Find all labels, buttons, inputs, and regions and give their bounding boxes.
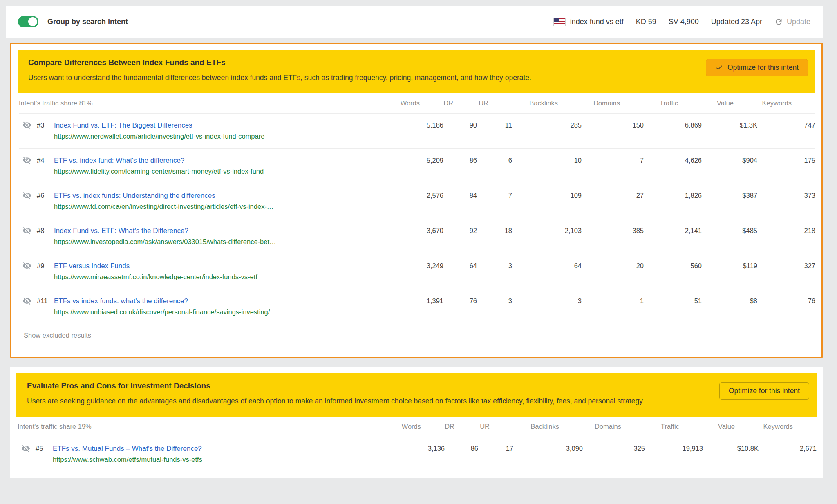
hide-result-icon[interactable] [22, 191, 31, 200]
result-url[interactable]: https://www.nerdwallet.com/article/inves… [54, 131, 394, 142]
domains-link[interactable]: 385 [582, 225, 644, 236]
refresh-icon [774, 18, 783, 26]
result-title-link[interactable]: ETFs vs index funds: what's the differen… [54, 296, 394, 307]
dr-value: 76 [443, 296, 477, 307]
domains-link[interactable]: 20 [582, 260, 644, 271]
keywords-link[interactable]: 373 [757, 190, 815, 201]
domains-link[interactable]: 1 [582, 296, 644, 307]
words-value: 2,576 [406, 190, 443, 201]
keywords-link[interactable]: 175 [757, 155, 815, 166]
value-value: $485 [702, 225, 757, 236]
table-header-row: Intent's traffic share 19% Words DR UR B… [18, 417, 817, 437]
result-title-link[interactable]: Index Fund vs. ETF: The Biggest Differen… [54, 120, 394, 131]
column-header-words: Words [383, 423, 421, 430]
intent-banner: Compare Differences Between Index Funds … [18, 50, 815, 93]
table-row: #3 Index Fund vs. ETF: The Biggest Diffe… [19, 114, 815, 149]
column-header-backlinks: Backlinks [488, 99, 558, 107]
ur-value: 17 [478, 443, 513, 454]
backlinks-link[interactable]: 10 [512, 155, 582, 166]
ur-value: 3 [477, 296, 512, 307]
us-flag-icon [554, 18, 565, 26]
rank-label: #5 [36, 443, 53, 454]
result-title-link[interactable]: Index Fund vs. ETF: What's the Differenc… [54, 225, 394, 236]
intent-title: Compare Differences Between Index Funds … [28, 58, 689, 67]
words-value: 3,249 [406, 260, 443, 271]
backlinks-link[interactable]: 64 [512, 260, 582, 271]
optimize-for-intent-button[interactable]: Optimize for this intent [706, 59, 808, 76]
backlinks-link[interactable]: 3,090 [513, 443, 583, 454]
column-header-dr: DR [420, 99, 453, 107]
domains-link[interactable]: 325 [583, 443, 645, 454]
update-button[interactable]: Update [774, 18, 810, 26]
domains-link[interactable]: 7 [582, 155, 644, 166]
result-title-link[interactable]: ETF versus Index Funds [54, 260, 394, 271]
table-row: #6 ETFs vs. index funds: Understanding t… [19, 184, 815, 219]
intent-description: Users want to understand the fundamental… [28, 72, 666, 84]
words-value: 5,186 [406, 120, 443, 131]
keywords-link[interactable]: 327 [757, 260, 815, 271]
result-url[interactable]: https://www.schwab.com/etfs/mutual-funds… [53, 454, 395, 465]
domains-link[interactable]: 150 [582, 120, 644, 131]
ur-value: 18 [477, 225, 512, 236]
column-header-words: Words [382, 99, 420, 107]
hide-result-icon[interactable] [22, 226, 31, 235]
value-value: $904 [702, 155, 757, 166]
table-row: #8 Index Fund vs. ETF: What's the Differ… [19, 219, 815, 254]
column-header-keywords: Keywords [735, 423, 793, 430]
rank-label: #4 [37, 155, 54, 166]
column-header-traffic: Traffic [620, 99, 678, 107]
keywords-link[interactable]: 218 [757, 225, 815, 236]
dr-value: 86 [445, 443, 478, 454]
result-title-link[interactable]: ETFs vs. Mutual Funds – What's the Diffe… [53, 443, 395, 454]
hide-result-icon[interactable] [22, 156, 31, 165]
hide-result-icon[interactable] [21, 444, 30, 453]
kd-badge: KD 59 [636, 18, 656, 26]
column-header-value: Value [678, 99, 734, 107]
column-header-value: Value [679, 423, 735, 430]
column-header-backlinks: Backlinks [490, 423, 559, 430]
traffic-value: 1,826 [644, 190, 702, 201]
ur-value: 7 [477, 190, 512, 201]
traffic-value: 51 [644, 296, 702, 307]
table-header-row: Intent's traffic share 81% Words DR UR B… [19, 93, 815, 114]
table-row: #4 ETF vs. index fund: What's the differ… [19, 149, 815, 184]
traffic-share-label: Intent's traffic share 81% [19, 99, 382, 107]
dr-value: 90 [443, 120, 477, 131]
group-by-intent-toggle[interactable] [18, 16, 38, 27]
result-url[interactable]: https://www.td.com/ca/en/investing/direc… [54, 201, 394, 212]
traffic-value: 4,626 [644, 155, 702, 166]
optimize-for-intent-button[interactable]: Optimize for this intent [719, 382, 809, 400]
result-url[interactable]: https://www.unbiased.co.uk/discover/pers… [54, 307, 394, 318]
column-header-ur: UR [454, 423, 490, 430]
column-header-domains: Domains [558, 99, 620, 107]
result-url[interactable]: https://www.fidelity.com/learning-center… [54, 166, 394, 177]
show-excluded-results-link[interactable]: Show excluded results [24, 332, 91, 339]
words-value: 3,136 [407, 443, 445, 454]
keywords-link[interactable]: 747 [757, 120, 815, 131]
result-title-link[interactable]: ETFs vs. index funds: Understanding the … [54, 190, 394, 201]
backlinks-link[interactable]: 109 [512, 190, 582, 201]
updated-label: Updated 23 Apr [711, 18, 762, 26]
value-value: $119 [702, 260, 757, 271]
result-url[interactable]: https://www.miraeassetmf.co.in/knowledge… [54, 271, 394, 282]
keywords-link[interactable]: 2,671 [759, 443, 817, 454]
keywords-link[interactable]: 76 [757, 296, 815, 307]
domains-link[interactable]: 27 [582, 190, 644, 201]
traffic-value: 560 [644, 260, 702, 271]
backlinks-link[interactable]: 285 [512, 120, 582, 131]
optimize-button-label: Optimize for this intent [729, 387, 800, 395]
result-title-link[interactable]: ETF vs. index fund: What's the differenc… [54, 155, 394, 166]
backlinks-link[interactable]: 2,103 [512, 225, 582, 236]
intent-card-pros-and-cons: Evaluate Pros and Cons for Investment De… [10, 367, 823, 478]
ur-value: 11 [477, 120, 512, 131]
intent-banner: Evaluate Pros and Cons for Investment De… [16, 373, 817, 417]
traffic-value: 2,141 [644, 225, 702, 236]
words-value: 1,391 [406, 296, 443, 307]
hide-result-icon[interactable] [22, 261, 31, 270]
words-value: 3,670 [406, 225, 443, 236]
ur-value: 3 [477, 260, 512, 271]
result-url[interactable]: https://www.investopedia.com/ask/answers… [54, 236, 394, 247]
backlinks-link[interactable]: 3 [512, 296, 582, 307]
hide-result-icon[interactable] [22, 121, 31, 130]
hide-result-icon[interactable] [22, 296, 31, 305]
